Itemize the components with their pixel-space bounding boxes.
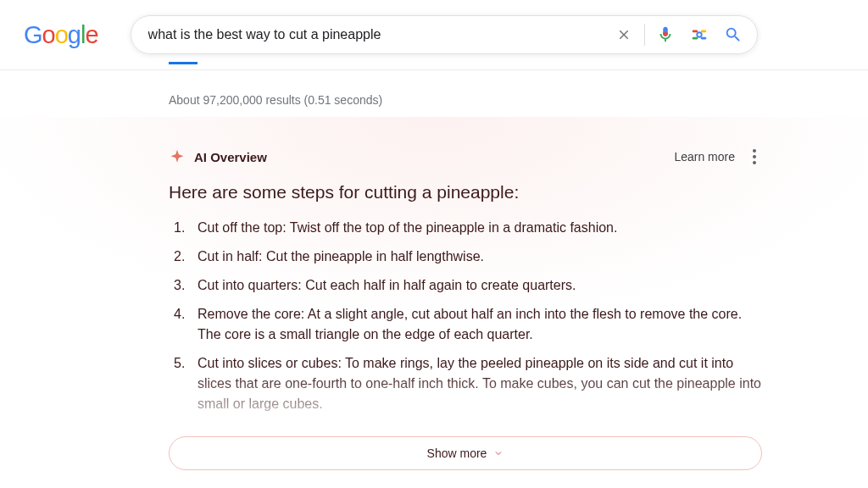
logo-letter: o	[42, 21, 55, 48]
step-item: Cut into quarters: Cut each half in half…	[174, 275, 762, 296]
step-text: Remove the core: At a slight angle, cut …	[198, 304, 762, 345]
step-text: Cut off the top: Twist off the top of th…	[198, 218, 617, 238]
image-search-button[interactable]	[682, 18, 716, 52]
step-item: Cut into slices or cubes: To make rings,…	[174, 353, 762, 414]
kebab-dot	[753, 161, 756, 164]
search-button[interactable]	[716, 18, 750, 52]
svg-rect-3	[700, 37, 705, 40]
svg-rect-2	[692, 37, 697, 40]
ai-overview-label: AI Overview	[194, 150, 674, 164]
svg-rect-0	[692, 30, 697, 33]
step-text: Cut into quarters: Cut each half in half…	[198, 275, 576, 296]
sparkle-icon	[169, 148, 186, 165]
logo-letter: o	[55, 21, 68, 48]
camera-icon	[690, 25, 709, 44]
chevron-down-icon	[493, 448, 504, 458]
separator	[644, 24, 645, 46]
svg-rect-1	[700, 30, 705, 33]
more-options-button[interactable]	[747, 149, 762, 164]
logo-letter: e	[85, 21, 97, 48]
step-text: Cut into slices or cubes: To make rings,…	[198, 353, 762, 414]
step-item: Remove the core: At a slight angle, cut …	[174, 304, 762, 345]
learn-more-link[interactable]: Learn more	[674, 150, 735, 164]
steps-list: Cut off the top: Twist off the top of th…	[169, 218, 762, 414]
logo-letter: g	[68, 21, 81, 48]
search-icon	[724, 25, 743, 44]
microphone-icon	[656, 25, 675, 44]
clear-button[interactable]	[607, 18, 641, 52]
header-divider	[0, 69, 868, 70]
show-more-label: Show more	[427, 446, 487, 460]
header: Google	[0, 0, 868, 66]
kebab-dot	[753, 155, 756, 158]
results-stats: About 97,200,000 results (0.51 seconds)	[169, 93, 382, 107]
step-text: Cut in half: Cut the pineapple in half l…	[198, 247, 484, 267]
close-icon	[616, 27, 632, 42]
step-item: Cut off the top: Twist off the top of th…	[174, 218, 762, 238]
search-input[interactable]	[148, 27, 607, 42]
step-item: Cut in half: Cut the pineapple in half l…	[174, 247, 762, 267]
search-bar	[131, 15, 758, 54]
ai-overview-card: AI Overview Learn more Here are some ste…	[169, 148, 762, 423]
google-logo[interactable]: Google	[24, 21, 98, 49]
active-tab-indicator	[169, 62, 198, 64]
show-more-button[interactable]: Show more	[169, 436, 762, 470]
logo-letter: G	[24, 21, 42, 48]
voice-search-button[interactable]	[648, 18, 682, 52]
ai-overview-header: AI Overview Learn more	[169, 148, 762, 165]
kebab-dot	[753, 149, 756, 152]
ai-overview-heading: Here are some steps for cutting a pineap…	[169, 182, 762, 202]
